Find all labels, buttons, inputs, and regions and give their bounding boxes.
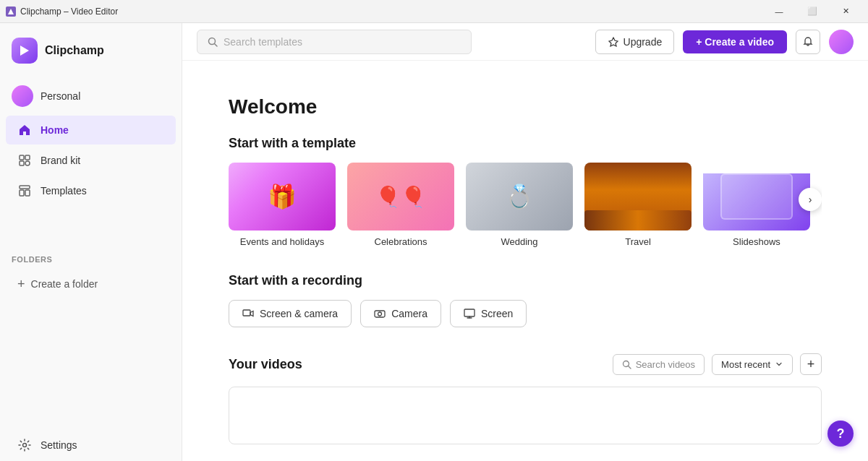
template-celebrations[interactable]: Celebrations: [347, 163, 454, 247]
nav-templates-label: Templates: [41, 185, 87, 197]
svg-rect-4: [20, 161, 24, 165]
template-events[interactable]: Events and holidays: [229, 163, 336, 247]
template-thumb-wedding: [466, 163, 573, 231]
template-events-label: Events and holidays: [229, 236, 336, 247]
svg-point-15: [378, 312, 382, 316]
templates-icon: [17, 184, 32, 198]
maximize-button[interactable]: ⬜: [796, 0, 829, 23]
template-wedding-label: Wedding: [466, 236, 573, 247]
plus-icon: +: [17, 277, 25, 292]
camera-button[interactable]: Camera: [360, 300, 441, 327]
sidebar-user-label: Personal: [41, 90, 80, 102]
recording-section-title: Start with a recording: [229, 273, 822, 288]
template-thumb-slideshows: [703, 163, 810, 231]
templates-next-button[interactable]: ›: [799, 188, 822, 211]
events-thumb-image: [229, 163, 336, 231]
svg-rect-6: [20, 186, 30, 189]
template-slideshows-label: Slideshows: [703, 236, 810, 247]
videos-section: Your videos Search videos Most recent: [229, 353, 822, 444]
brand-icon: [17, 153, 32, 168]
svg-rect-8: [25, 190, 30, 196]
search-placeholder: Search templates: [224, 36, 302, 48]
svg-rect-2: [20, 155, 24, 160]
chevron-down-icon: [775, 360, 783, 369]
template-thumb-celebrations: [347, 163, 454, 231]
sort-label: Most recent: [721, 359, 770, 370]
topbar-actions: Upgrade + Create a video: [595, 30, 854, 54]
screen-camera-label: Screen & camera: [260, 308, 338, 319]
svg-rect-13: [243, 310, 250, 316]
sort-button[interactable]: Most recent: [712, 354, 793, 375]
titlebar: Clipchamp – Video Editor — ⬜ ✕: [0, 0, 868, 23]
travel-thumb-image: [584, 163, 692, 231]
settings-icon: [17, 438, 32, 452]
titlebar-controls: — ⬜ ✕: [762, 0, 862, 23]
user-avatar-small: [12, 85, 33, 107]
template-slideshows[interactable]: Slideshows: [703, 163, 810, 247]
user-avatar-top[interactable]: [829, 30, 854, 54]
minimize-button[interactable]: —: [762, 0, 796, 23]
sidebar-user-item[interactable]: Personal: [0, 78, 182, 114]
wedding-thumb-image: [466, 163, 573, 231]
sidebar-item-home[interactable]: Home: [6, 116, 176, 145]
template-section-title: Start with a template: [229, 136, 822, 151]
templates-row: Events and holidays Celebrations: [229, 163, 822, 247]
template-thumb-events: [229, 163, 336, 231]
svg-line-20: [628, 366, 631, 369]
sidebar-nav: Home Brand kit: [0, 114, 182, 244]
app-layout: Clipchamp Personal Home: [0, 23, 868, 461]
recording-buttons: Screen & camera Camera: [229, 300, 822, 327]
svg-line-11: [215, 43, 218, 46]
camera-icon: [374, 308, 386, 319]
celebrations-thumb-image: [347, 163, 454, 231]
svg-point-5: [25, 161, 30, 165]
videos-section-title: Your videos: [229, 357, 302, 372]
search-videos-input[interactable]: Search videos: [613, 354, 705, 375]
settings-label: Settings: [41, 439, 77, 451]
logo-icon: [12, 38, 38, 64]
sidebar-item-templates[interactable]: Templates: [6, 176, 176, 205]
svg-rect-7: [20, 190, 24, 196]
help-button[interactable]: ?: [827, 421, 854, 447]
notifications-button[interactable]: [796, 30, 820, 54]
nav-brand-label: Brand kit: [41, 155, 80, 166]
screen-camera-icon: [242, 308, 254, 319]
search-templates-input[interactable]: Search templates: [197, 30, 472, 54]
template-thumb-travel: [584, 163, 692, 231]
upgrade-button[interactable]: Upgrade: [595, 30, 675, 54]
svg-rect-3: [25, 155, 30, 160]
help-icon: ?: [837, 426, 845, 441]
templates-section: Start with a template Events and holiday…: [229, 136, 822, 247]
nav-home-label: Home: [41, 124, 69, 136]
screen-camera-button[interactable]: Screen & camera: [229, 300, 352, 327]
template-travel[interactable]: Travel: [584, 163, 692, 247]
svg-marker-0: [8, 9, 14, 14]
page-title: Welcome: [229, 95, 822, 119]
recording-section: Start with a recording Screen & camera: [229, 273, 822, 327]
create-folder-button[interactable]: + Create a folder: [6, 270, 176, 299]
sidebar-logo[interactable]: Clipchamp: [0, 29, 182, 78]
svg-rect-16: [464, 309, 475, 316]
create-folder-label: Create a folder: [31, 278, 98, 290]
topbar: Search templates Upgrade + Create a vide…: [182, 23, 868, 61]
sidebar: Clipchamp Personal Home: [0, 23, 182, 461]
slideshows-thumb-image: [703, 173, 810, 231]
screen-button[interactable]: Screen: [450, 300, 527, 327]
camera-label: Camera: [391, 308, 427, 319]
titlebar-title: Clipchamp – Video Editor: [20, 7, 118, 17]
template-wedding[interactable]: Wedding: [466, 163, 573, 247]
create-video-label: + Create a video: [696, 36, 774, 48]
logo-text: Clipchamp: [45, 44, 104, 57]
sidebar-item-brand[interactable]: Brand kit: [6, 146, 176, 175]
titlebar-left: Clipchamp – Video Editor: [6, 7, 118, 17]
sidebar-settings-item[interactable]: Settings: [6, 431, 176, 460]
svg-marker-1: [20, 46, 29, 56]
add-video-button[interactable]: +: [800, 353, 822, 375]
template-travel-label: Travel: [584, 236, 692, 247]
svg-point-9: [23, 444, 27, 447]
create-video-button[interactable]: + Create a video: [683, 30, 787, 53]
svg-marker-12: [609, 38, 618, 46]
upgrade-label: Upgrade: [624, 36, 663, 48]
close-button[interactable]: ✕: [829, 0, 862, 23]
screen-icon: [464, 308, 475, 319]
